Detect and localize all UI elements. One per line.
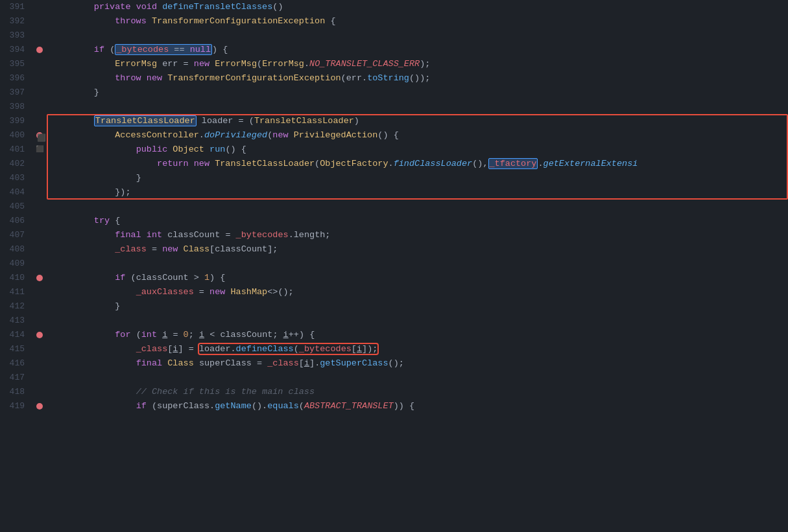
code-line-405: 405 bbox=[0, 200, 788, 214]
code-line-407: 407 final int classCount = _bytecodes.le… bbox=[0, 228, 788, 242]
gutter-410 bbox=[32, 271, 47, 285]
code-line-409: 409 bbox=[0, 257, 788, 271]
line-content-395: ErrorMsg err = new ErrorMsg(ErrorMsg.NO_… bbox=[47, 57, 788, 71]
gutter-404 bbox=[32, 185, 47, 200]
breakpoint-419[interactable] bbox=[36, 403, 43, 410]
line-content-414: for (int i = 0; i < classCount; i++) { bbox=[47, 328, 788, 342]
gutter-409 bbox=[32, 257, 47, 271]
line-num-400: 400 bbox=[0, 128, 32, 143]
line-num-401: 401 bbox=[0, 143, 32, 157]
line-num-399: 399 bbox=[0, 114, 32, 128]
gutter-392 bbox=[32, 14, 47, 29]
code-line-417: 417 bbox=[0, 371, 788, 385]
gutter-416 bbox=[32, 356, 47, 371]
line-content-392: throws TransformerConfigurationException… bbox=[47, 14, 788, 29]
breakpoint-414[interactable] bbox=[36, 332, 43, 338]
code-line-414: 414 for (int i = 0; i < classCount; i++)… bbox=[0, 328, 788, 342]
line-num-398: 398 bbox=[0, 100, 32, 114]
gutter-414 bbox=[32, 328, 47, 342]
line-content-402: return new TransletClassLoader(ObjectFac… bbox=[47, 157, 788, 171]
breakpoint-410[interactable] bbox=[36, 275, 43, 281]
gutter-391 bbox=[32, 0, 47, 14]
code-line-392: 392 throws TransformerConfigurationExcep… bbox=[0, 14, 788, 29]
gutter-405 bbox=[32, 200, 47, 214]
code-line-401: 401 ⬛ public Object run() { bbox=[0, 143, 788, 157]
line-num-411: 411 bbox=[0, 285, 32, 299]
gutter-402 bbox=[32, 157, 47, 171]
gutter-408 bbox=[32, 242, 47, 257]
line-content-397: } bbox=[47, 86, 788, 100]
gutter-400: ⬛ bbox=[32, 128, 47, 143]
gutter-396 bbox=[32, 71, 47, 86]
line-num-412: 412 bbox=[0, 299, 32, 314]
gutter-393 bbox=[32, 29, 47, 43]
line-num-418: 418 bbox=[0, 385, 32, 399]
line-content-407: final int classCount = _bytecodes.length… bbox=[47, 228, 788, 242]
code-line-412: 412 } bbox=[0, 299, 788, 314]
gutter-398 bbox=[32, 100, 47, 114]
line-num-394: 394 bbox=[0, 43, 32, 57]
gutter-418 bbox=[32, 385, 47, 399]
line-content-394: if (_bytecodes == null) { bbox=[47, 43, 788, 57]
line-content-410: if (classCount > 1) { bbox=[47, 271, 788, 285]
code-line-416: 416 final Class superClass = _class[i].g… bbox=[0, 356, 788, 371]
code-line-397: 397 } bbox=[0, 86, 788, 100]
code-line-408: 408 _class = new Class[classCount]; bbox=[0, 242, 788, 257]
line-num-419: 419 bbox=[0, 399, 32, 413]
line-content-405 bbox=[47, 200, 788, 214]
code-line-403: 403 } bbox=[0, 171, 788, 185]
line-content-400: AccessController.doPrivileged(new Privil… bbox=[47, 128, 788, 143]
gutter-401: ⬛ bbox=[32, 143, 47, 157]
code-line-395: 395 ErrorMsg err = new ErrorMsg(ErrorMsg… bbox=[0, 57, 788, 71]
gutter-411 bbox=[32, 285, 47, 299]
code-line-402: 402 return new TransletClassLoader(Objec… bbox=[0, 157, 788, 171]
line-content-401: public Object run() { bbox=[47, 143, 788, 157]
line-content-404: }); bbox=[47, 185, 788, 200]
line-content-413 bbox=[47, 314, 788, 328]
line-content-406: try { bbox=[47, 214, 788, 228]
code-line-415: 415 _class[i] = loader.defineClass(_byte… bbox=[0, 342, 788, 356]
breakpoint-394[interactable] bbox=[36, 47, 43, 53]
code-line-418: 418 // Check if this is the main class bbox=[0, 385, 788, 399]
line-content-411: _auxClasses = new HashMap<>(); bbox=[47, 285, 788, 299]
line-num-404: 404 bbox=[0, 185, 32, 200]
code-line-394: 394 if (_bytecodes == null) { bbox=[0, 43, 788, 57]
code-line-413: 413 bbox=[0, 314, 788, 328]
line-num-415: 415 bbox=[0, 342, 32, 356]
code-line-404: 404 }); bbox=[0, 185, 788, 200]
line-num-414: 414 bbox=[0, 328, 32, 342]
gutter-412 bbox=[32, 299, 47, 314]
line-content-398 bbox=[47, 100, 788, 114]
gutter-399 bbox=[32, 114, 47, 128]
gutter-394 bbox=[32, 43, 47, 57]
line-content-393 bbox=[47, 29, 788, 43]
code-line-400: 400 ⬛ AccessController.doPrivileged(new … bbox=[0, 128, 788, 143]
line-content-403: } bbox=[47, 171, 788, 185]
gutter-419 bbox=[32, 399, 47, 413]
line-content-419: if (superClass.getName().equals(ABSTRACT… bbox=[47, 399, 788, 413]
line-content-412: } bbox=[47, 299, 788, 314]
line-num-409: 409 bbox=[0, 257, 32, 271]
line-content-408: _class = new Class[classCount]; bbox=[47, 242, 788, 257]
line-num-406: 406 bbox=[0, 214, 32, 228]
line-num-408: 408 bbox=[0, 242, 32, 257]
gutter-403 bbox=[32, 171, 47, 185]
line-num-395: 395 bbox=[0, 57, 32, 71]
line-num-391: 391 bbox=[0, 0, 32, 14]
line-content-417 bbox=[47, 371, 788, 385]
code-line-391: 391 private void defineTransletClasses() bbox=[0, 0, 788, 14]
line-content-391: private void defineTransletClasses() bbox=[47, 0, 788, 14]
line-content-399: TransletClassLoader loader = (TransletCl… bbox=[47, 114, 788, 128]
line-num-393: 393 bbox=[0, 29, 32, 43]
line-content-415: _class[i] = loader.defineClass(_bytecode… bbox=[47, 342, 788, 356]
code-line-419: 419 if (superClass.getName().equals(ABST… bbox=[0, 399, 788, 413]
line-num-417: 417 bbox=[0, 371, 32, 385]
code-line-410: 410 if (classCount > 1) { bbox=[0, 271, 788, 285]
line-num-405: 405 bbox=[0, 200, 32, 214]
line-num-392: 392 bbox=[0, 14, 32, 29]
line-content-416: final Class superClass = _class[i].getSu… bbox=[47, 356, 788, 371]
line-num-403: 403 bbox=[0, 171, 32, 185]
code-editor: 391 private void defineTransletClasses()… bbox=[0, 0, 788, 532]
line-content-409 bbox=[47, 257, 788, 271]
line-num-416: 416 bbox=[0, 356, 32, 371]
